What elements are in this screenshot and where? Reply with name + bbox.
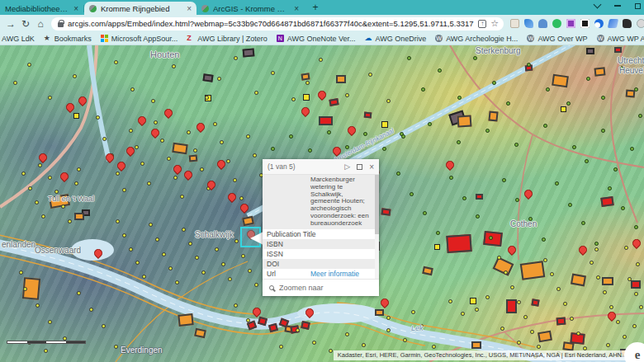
popup-counter: (1 van 5) (268, 162, 338, 171)
browser-toolbar: → ↻ ⌂ arcgis.com/apps/Embed/index.html?w… (0, 15, 644, 32)
bookmark-label: AWG Library | Zotero (197, 35, 268, 43)
tab-search-chevron-icon[interactable] (594, 1, 602, 9)
attribute-row: ISSN (263, 249, 379, 259)
bookmark-label: AWG OneDrive (375, 35, 426, 43)
onenote-icon: N (277, 35, 284, 42)
field-label: ISBN (263, 239, 309, 249)
field-label: ISSN (263, 249, 309, 259)
popup-body: Marckenburger wetering te Schalkwijk, ge… (263, 175, 379, 279)
address-bar[interactable]: arcgis.com/apps/Embed/index.html?webmap=… (51, 17, 504, 31)
tab-close-icon[interactable]: × (294, 4, 299, 13)
bookmark-archeologie[interactable]: WAWG Archeologie H... (435, 35, 518, 43)
purple-extension-icon[interactable] (566, 19, 575, 28)
field-label: Url (263, 269, 309, 279)
tab-mediabibliotheek[interactable]: Mediabibliotheek ‹ Archeologie × (0, 2, 83, 15)
bookmark-awg-ldk[interactable]: AWG LdK (2, 35, 35, 43)
field-value (309, 239, 379, 249)
attribute-row: Marckenburger wetering te Schalkwijk, ge… (263, 175, 379, 229)
attribute-row: ISBN (263, 239, 379, 249)
feature-popup: (1 van 5) ▷ × Marckenburger wetering te … (263, 159, 379, 296)
puzzle-extension-icon[interactable] (623, 19, 632, 28)
tab-arcgis[interactable]: ArcGIS - Kromme Rijngebied × (197, 2, 304, 15)
bookmark-onenote[interactable]: NAWG OneNote Ver... (277, 35, 356, 43)
field-label: DOI (263, 259, 309, 269)
next-feature-icon[interactable]: ▷ (344, 162, 350, 171)
minimize-icon[interactable] (614, 5, 621, 7)
forward-icon[interactable]: → (3, 18, 18, 30)
map-scale-bar (7, 341, 86, 344)
maximize-icon[interactable] (635, 3, 641, 9)
bookmark-microsoft-appsource[interactable]: Microsoft AppSour... (101, 35, 178, 43)
arcgis-favicon (201, 5, 209, 12)
bookmark-over-wp[interactable]: WAWG Over WP (527, 35, 587, 43)
bookmarks-bar: AWG LdK ★Bookmarks Microsoft AppSour... … (0, 32, 644, 45)
window-controls (594, 0, 644, 12)
wordpress-icon: W (527, 35, 534, 42)
map-attribution: Kadaster, Esri, HERE, Garmin, GeoTechnol… (334, 350, 626, 360)
lock-icon[interactable] (58, 22, 64, 27)
swift-extension-icon[interactable] (594, 19, 604, 28)
attribute-row: Url Meer informatie (263, 269, 379, 279)
share-icon[interactable]: ↑ (478, 20, 486, 28)
wordpress-icon: W (435, 35, 443, 42)
field-value: Marckenburger wetering te Schalkwijk, ge… (309, 175, 379, 229)
magnifier-icon (269, 285, 274, 290)
popup-scrollbar[interactable] (375, 175, 379, 279)
field-value (309, 229, 379, 239)
field-value (309, 259, 379, 269)
tab-close-icon[interactable]: × (73, 4, 78, 13)
bookmark-wp-admin[interactable]: WAWG WP Admin (597, 35, 644, 43)
bookmark-label: AWG Archeologie H... (446, 35, 518, 43)
doc-extension-icon[interactable] (510, 19, 519, 28)
zoom-to-label: Zoomen naar (279, 284, 324, 292)
url-text[interactable]: arcgis.com/apps/Embed/index.html?webmap=… (68, 19, 474, 28)
dock-icon[interactable] (357, 164, 362, 170)
zotero-icon: Z (187, 35, 194, 42)
tab-close-icon[interactable]: × (187, 4, 192, 13)
onedrive-cloud-icon: ☁ (364, 35, 372, 42)
arcgis-favicon (89, 5, 97, 12)
screenshot-extension-icon[interactable] (580, 19, 590, 28)
star-icon: ★ (44, 35, 51, 42)
attribute-row: Publication Title (263, 229, 379, 239)
bookmark-zotero[interactable]: ZAWG Library | Zotero (187, 35, 268, 43)
new-tab-button[interactable]: + (309, 2, 322, 15)
bookmark-label: Microsoft AppSour... (111, 35, 178, 43)
tab-title: Kromme Rijngebied (101, 4, 182, 13)
bookmark-label: AWG WP Admin (608, 35, 644, 43)
field-label (263, 175, 309, 229)
bookmark-label: AWG OneNote Ver... (287, 35, 356, 43)
evernote-extension-icon[interactable] (552, 19, 561, 28)
attribute-row: DOI (263, 259, 379, 269)
browser-window: Mediabibliotheek ‹ Archeologie × Kromme … (0, 0, 644, 362)
feather-extension-icon[interactable] (524, 19, 533, 28)
tab-kromme-rijngebied[interactable]: Kromme Rijngebied × (84, 2, 197, 15)
bookmark-onedrive[interactable]: ☁AWG OneDrive (364, 35, 426, 43)
profile-avatar[interactable] (637, 19, 644, 28)
home-icon[interactable]: ⌂ (33, 18, 48, 30)
bookmark-label: AWG Over WP (537, 35, 587, 43)
bookmark-label: AWG LdK (2, 35, 35, 43)
zoom-to-button[interactable]: Zoomen naar (263, 279, 379, 296)
extensions-row (510, 19, 644, 28)
reload-icon[interactable]: ↻ (18, 18, 33, 30)
bookmark-star-icon[interactable]: ☆ (490, 18, 499, 29)
tab-title: Mediabibliotheek ‹ Archeologie (5, 4, 69, 13)
popup-scrollbar-thumb[interactable] (375, 175, 379, 234)
close-popup-icon[interactable]: × (369, 162, 374, 172)
wordpress-icon: W (597, 35, 604, 42)
tab-strip: Mediabibliotheek ‹ Archeologie × Kromme … (0, 0, 644, 15)
field-value (309, 249, 379, 259)
pen-extension-icon[interactable] (608, 19, 618, 28)
popup-callout-arrow (250, 232, 263, 245)
uploader-extension-icon[interactable] (538, 19, 547, 28)
bookmark-folder-bookmarks[interactable]: ★Bookmarks (44, 35, 92, 43)
tab-title: ArcGIS - Kromme Rijngebied (213, 4, 289, 13)
popup-header: (1 van 5) ▷ × (263, 159, 379, 175)
microsoft-icon (101, 35, 108, 42)
meer-informatie-link[interactable]: Meer informatie (309, 269, 379, 279)
bookmark-label: Bookmarks (54, 35, 92, 43)
field-label: Publication Title (263, 229, 309, 239)
